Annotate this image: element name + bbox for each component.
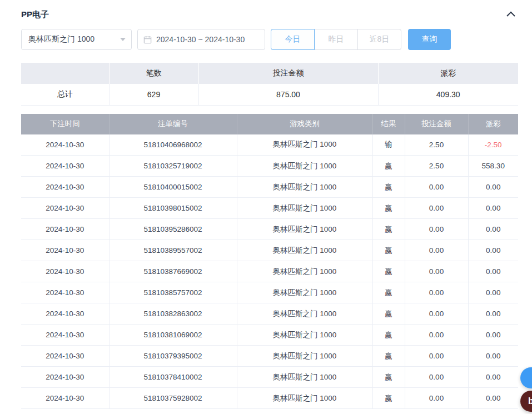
col-result: 结果: [372, 114, 405, 134]
cell-bet-time: 2024-10-30: [21, 282, 109, 303]
table-row: 2024-10-30 51810375928002 奥林匹斯之门 1000 赢 …: [21, 388, 518, 409]
cell-payout: 0.00: [468, 367, 518, 388]
cell-order-id: 51810379395002: [109, 346, 237, 367]
table-row: 2024-10-30 51810381069002 奥林匹斯之门 1000 赢 …: [21, 325, 518, 346]
table-row: 2024-10-30 51810398015002 奥林匹斯之门 1000 赢 …: [21, 198, 518, 219]
cell-game-type: 奥林匹斯之门 1000: [237, 346, 372, 367]
summary-total-payout: 409.30: [378, 84, 518, 105]
cell-order-id: 51810387669002: [109, 261, 237, 282]
cell-bet-amount: 0.00: [405, 346, 468, 367]
cell-payout: 0.00: [468, 177, 518, 198]
cell-bet-time: 2024-10-30: [21, 134, 109, 156]
cell-game-type: 奥林匹斯之门 1000: [237, 303, 372, 325]
cell-payout: 558.30: [468, 156, 518, 177]
cell-order-id: 51810381069002: [109, 325, 237, 346]
cell-bet-time: 2024-10-30: [21, 303, 109, 325]
chevron-up-icon: [506, 9, 516, 19]
cell-bet-time: 2024-10-30: [21, 177, 109, 198]
brand-logo: b: [528, 396, 532, 406]
cell-bet-amount: 0.00: [405, 367, 468, 388]
table-row: 2024-10-30 51810387669002 奥林匹斯之门 1000 赢 …: [21, 261, 518, 282]
cell-order-id: 51810378410002: [109, 367, 237, 388]
yesterday-button[interactable]: 昨日: [314, 29, 358, 50]
summary-total-count: 629: [109, 84, 198, 105]
brand-floating-button[interactable]: b: [520, 391, 532, 412]
col-game-type: 游戏类别: [237, 114, 372, 134]
cell-order-id: 51810398015002: [109, 198, 237, 219]
cell-bet-amount: 0.00: [405, 325, 468, 346]
date-range-input[interactable]: 2024-10-30 ~ 2024-10-30: [137, 29, 265, 50]
cell-game-type: 奥林匹斯之门 1000: [237, 219, 372, 240]
cell-bet-time: 2024-10-30: [21, 261, 109, 282]
game-select[interactable]: 奥林匹斯之门 1000: [21, 29, 132, 50]
cell-bet-time: 2024-10-30: [21, 219, 109, 240]
cell-game-type: 奥林匹斯之门 1000: [237, 177, 372, 198]
summary-col-blank: [21, 63, 109, 84]
col-bet-time: 下注时间: [21, 114, 109, 134]
table-row: 2024-10-30 51810395286002 奥林匹斯之门 1000 赢 …: [21, 219, 518, 240]
cell-result: 赢: [372, 388, 405, 409]
cell-bet-time: 2024-10-30: [21, 367, 109, 388]
cell-bet-time: 2024-10-30: [21, 240, 109, 261]
cell-result: 赢: [372, 261, 405, 282]
cell-order-id: 51810375928002: [109, 388, 237, 409]
cell-order-id: 51810400015002: [109, 177, 237, 198]
cell-bet-amount: 0.00: [405, 219, 468, 240]
cell-payout: 0.00: [468, 325, 518, 346]
table-row: 2024-10-30 51810379395002 奥林匹斯之门 1000 赢 …: [21, 346, 518, 367]
summary-col-bet-amount: 投注金额: [198, 63, 378, 84]
cell-bet-amount: 0.00: [405, 240, 468, 261]
cell-order-id: 51810406968002: [109, 134, 237, 156]
table-row: 2024-10-30 51810400015002 奥林匹斯之门 1000 赢 …: [21, 177, 518, 198]
table-row: 2024-10-30 51810406968002 奥林匹斯之门 1000 输 …: [21, 134, 518, 156]
cell-game-type: 奥林匹斯之门 1000: [237, 240, 372, 261]
table-row: 2024-10-30 51810378410002 奥林匹斯之门 1000 赢 …: [21, 367, 518, 388]
cell-game-type: 奥林匹斯之门 1000: [237, 367, 372, 388]
cell-payout: 0.00: [468, 388, 518, 409]
search-button[interactable]: 查询: [408, 29, 451, 50]
last-8-days-button[interactable]: 近8日: [357, 29, 401, 50]
table-row: 2024-10-30 51810385757002 奥林匹斯之门 1000 赢 …: [21, 282, 518, 303]
summary-table: 笔数 投注金额 派彩 总计 629 875.00 409.30: [21, 63, 518, 106]
game-select-value: 奥林匹斯之门 1000: [28, 34, 95, 44]
cell-bet-amount: 0.00: [405, 198, 468, 219]
cell-result: 赢: [372, 325, 405, 346]
cell-bet-amount: 0.00: [405, 388, 468, 409]
page-title: PP电子: [21, 9, 49, 20]
summary-total-row: 总计 629 875.00 409.30: [21, 84, 518, 105]
cell-bet-amount: 2.50: [405, 134, 468, 156]
collapse-panel-button[interactable]: [506, 9, 516, 19]
col-payout: 派彩: [468, 114, 518, 134]
cell-order-id: 51810389557002: [109, 240, 237, 261]
cell-bet-time: 2024-10-30: [21, 156, 109, 177]
cell-game-type: 奥林匹斯之门 1000: [237, 261, 372, 282]
summary-total-label: 总计: [21, 84, 109, 105]
cell-result: 赢: [372, 282, 405, 303]
cell-payout: -2.50: [468, 134, 518, 156]
cell-bet-time: 2024-10-30: [21, 325, 109, 346]
cell-bet-time: 2024-10-30: [21, 346, 109, 367]
cell-bet-time: 2024-10-30: [21, 388, 109, 409]
cell-result: 赢: [372, 219, 405, 240]
cell-game-type: 奥林匹斯之门 1000: [237, 325, 372, 346]
col-order-id: 注单编号: [109, 114, 237, 134]
cell-result: 赢: [372, 156, 405, 177]
cell-payout: 0.00: [468, 282, 518, 303]
cell-order-id: 51810382863002: [109, 303, 237, 325]
col-bet-amount: 投注金额: [405, 114, 468, 134]
cell-game-type: 奥林匹斯之门 1000: [237, 156, 372, 177]
cell-bet-amount: 0.00: [405, 177, 468, 198]
cell-bet-amount: 2.50: [405, 156, 468, 177]
date-range-value: 2024-10-30 ~ 2024-10-30: [156, 35, 245, 44]
today-button[interactable]: 今日: [271, 29, 315, 50]
cell-result: 赢: [372, 177, 405, 198]
cell-payout: 0.00: [468, 346, 518, 367]
customer-service-floating-button[interactable]: [520, 367, 532, 388]
cell-game-type: 奥林匹斯之门 1000: [237, 198, 372, 219]
cell-bet-time: 2024-10-30: [21, 198, 109, 219]
cell-result: 赢: [372, 367, 405, 388]
summary-total-bet-amount: 875.00: [198, 84, 378, 105]
summary-header-row: 笔数 投注金额 派彩: [21, 63, 518, 84]
cell-result: 赢: [372, 240, 405, 261]
bet-records-table: 下注时间 注单编号 游戏类别 结果 投注金额 派彩 2024-10-30 518…: [21, 114, 518, 410]
